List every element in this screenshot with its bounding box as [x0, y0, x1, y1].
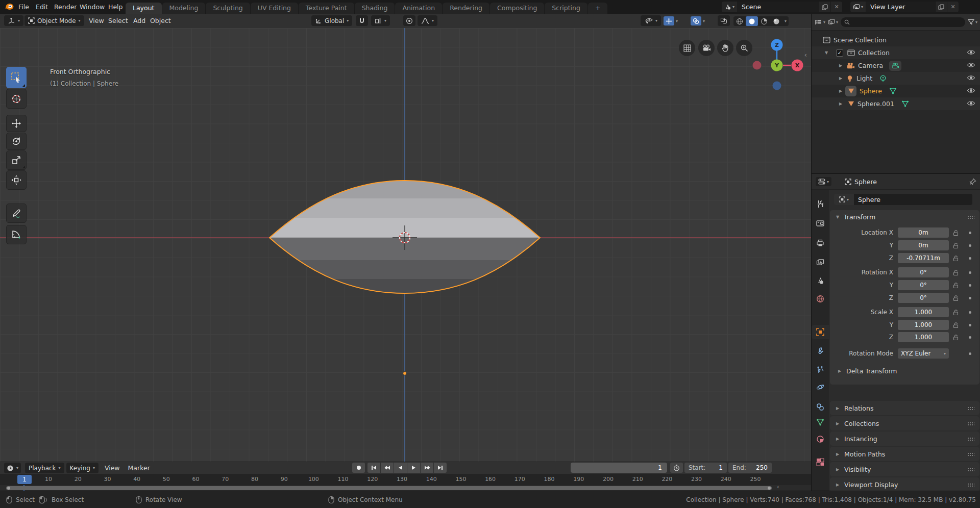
expand-arrow-icon[interactable]: ▶ — [838, 63, 843, 68]
expand-arrow-icon[interactable]: ▼ — [824, 50, 829, 55]
region-expand-arrow[interactable]: ‹ — [777, 484, 779, 490]
menu-edit[interactable]: Edit — [34, 0, 50, 14]
view-layer-browse-button[interactable]: ▾ — [850, 2, 866, 12]
properties-editor-type-button[interactable]: ▾ — [816, 177, 831, 186]
menu-file[interactable]: File — [16, 0, 31, 14]
animate-dot[interactable] — [969, 257, 971, 260]
hide-toggle[interactable] — [967, 49, 975, 56]
gizmo-axis-z-negative[interactable] — [773, 82, 781, 90]
current-frame-marker[interactable]: 1 — [17, 475, 32, 484]
outliner-item-label[interactable]: Light — [856, 74, 872, 82]
outliner-item-label[interactable]: Sphere.001 — [857, 100, 894, 108]
hide-toggle[interactable] — [967, 62, 975, 68]
location-z-field[interactable]: -0.70711m — [898, 253, 949, 263]
prev-keyframe-button[interactable] — [381, 463, 394, 473]
panel-grip[interactable] — [967, 483, 974, 487]
timeline-scrollbar[interactable] — [6, 486, 772, 490]
outliner-row-sphere[interactable]: ▶ Sphere — [812, 85, 980, 97]
proportional-editing-toggle[interactable] — [403, 15, 415, 26]
animate-dot[interactable] — [969, 324, 971, 326]
animate-dot[interactable] — [969, 244, 971, 247]
tab-material[interactable] — [812, 432, 829, 446]
delta-transform-subpanel[interactable]: ▶ Delta Transform — [837, 367, 897, 375]
rotation-y-field[interactable]: 0° — [898, 280, 949, 290]
panel-grip[interactable] — [967, 468, 974, 471]
tab-tool[interactable] — [812, 197, 829, 211]
lock-icon[interactable] — [953, 282, 959, 289]
shading-material-button[interactable] — [758, 18, 770, 25]
tool-scale[interactable] — [6, 150, 27, 170]
zoom-view-button[interactable] — [736, 40, 752, 56]
playback-menu[interactable]: Playback▾ — [25, 463, 64, 473]
viewport-menu-add[interactable]: Add — [130, 14, 149, 28]
tool-cursor[interactable] — [6, 89, 27, 109]
lock-icon[interactable] — [953, 322, 959, 328]
tab-constraints[interactable] — [812, 400, 829, 414]
tab-particles[interactable] — [812, 362, 829, 376]
section-viewport-display[interactable]: ▶Viewport Display — [830, 477, 979, 492]
tool-rotate[interactable] — [6, 133, 27, 150]
hide-toggle[interactable] — [967, 100, 975, 107]
tab-object-data[interactable] — [812, 415, 829, 429]
outliner-row-collection[interactable]: ▼ ✓ Collection — [812, 46, 980, 59]
tab-world[interactable] — [812, 292, 829, 306]
lock-icon[interactable] — [953, 242, 959, 249]
tab-physics[interactable] — [812, 380, 829, 394]
expand-arrow-icon[interactable]: ▶ — [838, 101, 843, 106]
tab-texture[interactable] — [812, 455, 829, 469]
tab-sculpting[interactable]: Sculpting — [206, 3, 250, 14]
view-layer-name[interactable]: View Layer — [866, 2, 935, 12]
timeline-menu-marker[interactable]: Marker — [125, 462, 153, 474]
keying-menu[interactable]: Keying▾ — [66, 463, 99, 473]
object-id-icon-button[interactable]: ▾ — [834, 194, 854, 205]
tab-output[interactable] — [812, 236, 829, 250]
shading-wireframe-button[interactable] — [733, 18, 746, 25]
outliner-row-sphere-001[interactable]: ▶ Sphere.001 — [812, 97, 980, 110]
tab-animation[interactable]: Animation — [395, 3, 442, 14]
use-preview-range-toggle[interactable] — [670, 463, 683, 473]
lock-icon[interactable] — [953, 334, 959, 341]
tool-select-box[interactable] — [6, 67, 27, 88]
location-x-field[interactable]: 0m — [898, 227, 949, 238]
view-layer-remove-button[interactable]: ✕ — [947, 2, 959, 12]
collection-checkbox[interactable]: ✓ — [836, 49, 843, 57]
panel-grip[interactable] — [967, 407, 974, 410]
lock-icon[interactable] — [953, 230, 959, 236]
tab-modeling[interactable]: Modeling — [162, 3, 206, 14]
rotation-x-field[interactable]: 0° — [898, 267, 949, 277]
play-reverse-button[interactable] — [394, 463, 407, 473]
record-button[interactable] — [352, 463, 365, 473]
lock-icon[interactable] — [953, 269, 959, 276]
rotation-z-field[interactable]: 0° — [898, 293, 949, 303]
animate-dot[interactable] — [969, 232, 971, 234]
jump-to-start-button[interactable] — [368, 463, 380, 473]
tab-add-workspace[interactable]: + — [588, 3, 607, 14]
shading-solid-button[interactable] — [746, 16, 758, 26]
shading-rendered-button[interactable] — [770, 18, 782, 25]
jump-to-end-button[interactable] — [434, 463, 447, 473]
animate-dot[interactable] — [969, 352, 971, 355]
pin-icon[interactable] — [969, 178, 976, 185]
object-visibility-dropdown[interactable]: ▾ — [641, 15, 661, 26]
menu-window[interactable]: Window — [78, 0, 107, 14]
location-y-field[interactable]: 0m — [898, 240, 949, 250]
tab-rendering[interactable]: Rendering — [443, 3, 489, 14]
camera-view-button[interactable] — [698, 40, 715, 56]
expand-arrow-icon[interactable]: ▶ — [838, 89, 843, 93]
tab-compositing[interactable]: Compositing — [490, 3, 544, 14]
hide-toggle[interactable] — [967, 74, 975, 81]
tab-texture-paint[interactable]: Texture Paint — [299, 3, 354, 14]
chevron-down-icon[interactable]: ▾ — [782, 19, 789, 23]
blender-logo-icon[interactable] — [4, 2, 14, 12]
viewport-menu-select[interactable]: Select — [105, 14, 131, 28]
outliner-item-label[interactable]: Camera — [858, 62, 883, 69]
panel-grip[interactable] — [967, 215, 974, 219]
mode-dropdown[interactable]: Object Mode ▾ — [24, 15, 84, 26]
tab-shading[interactable]: Shading — [355, 3, 395, 14]
section-relations[interactable]: ▶Relations — [830, 401, 979, 415]
timeline-editor-type-button[interactable]: ▾ — [4, 463, 21, 473]
chevron-down-icon[interactable]: ▾ — [703, 19, 705, 23]
outliner-item-label[interactable]: Sphere — [860, 87, 882, 95]
xray-toggle[interactable] — [718, 15, 730, 26]
viewport-3d[interactable]: Z Y X Front Orthographic (1) Collection … — [0, 28, 811, 462]
